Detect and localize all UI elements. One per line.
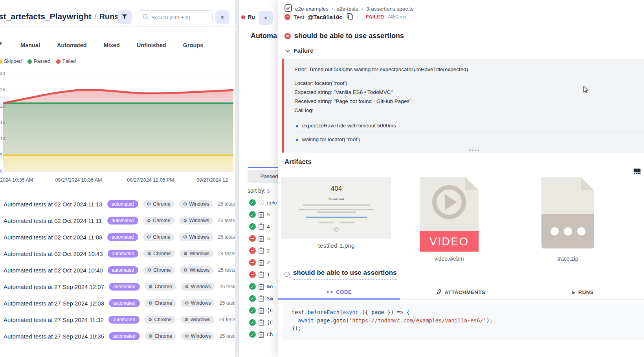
runs-filter-tab[interactable]: Automated bbox=[57, 42, 87, 48]
env-pill-windows: ⚙ Windows bbox=[179, 233, 213, 241]
tab-runs[interactable]: ▶ RUNS bbox=[522, 285, 644, 299]
legend-dot-icon bbox=[56, 59, 61, 64]
env-label: Windows bbox=[189, 218, 209, 223]
test-list-item[interactable]: i 3- bbox=[239, 233, 280, 245]
project-title[interactable]: st_artefacts_Playwright bbox=[0, 12, 92, 21]
search-input[interactable] bbox=[151, 15, 208, 20]
test-list-item[interactable]: i 1- bbox=[239, 269, 280, 281]
run-tests-count: 25 tests bbox=[218, 234, 235, 240]
run-heading: Automa bbox=[251, 32, 277, 40]
failed-status-dot-icon bbox=[241, 15, 245, 19]
tab-code[interactable]: <> CODE bbox=[278, 285, 400, 300]
legend-item: Failed bbox=[56, 59, 76, 64]
edit-icon[interactable] bbox=[0, 41, 4, 49]
run-drawer-tab-label[interactable]: Ru bbox=[248, 14, 255, 20]
test-list-item[interactable]: i [C bbox=[239, 305, 280, 317]
attachment-icon bbox=[437, 289, 442, 296]
artifact-image-thumbnail[interactable]: 404 File not found bbox=[281, 177, 391, 239]
run-row[interactable]: Automated tests at 02 Oct 2024 10:40 aut… bbox=[0, 262, 235, 278]
run-row[interactable]: Automated tests at 02 Oct 2024 11:11 aut… bbox=[0, 212, 235, 229]
runs-filter-tab[interactable]: Groups bbox=[183, 42, 204, 48]
test-list-item[interactable]: i 2- bbox=[239, 245, 280, 257]
clipboard-icon bbox=[259, 212, 264, 218]
run-name: Automated tests at 27 Sep 2024 11:32 bbox=[4, 317, 104, 323]
gear-icon: ⚙ bbox=[147, 202, 151, 206]
gallery-icon bbox=[633, 168, 641, 175]
artifact-caption[interactable]: video.webm bbox=[420, 256, 479, 262]
run-row[interactable]: Automated tests at 27 Sep 2024 12:07 aut… bbox=[0, 278, 235, 295]
runs-filter-tab[interactable]: Manual bbox=[20, 42, 40, 48]
env-label: Windows bbox=[189, 201, 209, 207]
runs-filter-tab[interactable]: Unfinished bbox=[137, 42, 166, 48]
run-tests-count: 24 tests bbox=[218, 251, 235, 256]
run-row[interactable]: Automated tests at 27 Sep 2024 10:35 aut… bbox=[0, 328, 235, 344]
search-icon bbox=[142, 13, 149, 21]
run-name: Automated tests at 27 Sep 2024 12:03 bbox=[4, 300, 104, 307]
env-label: Windows bbox=[189, 251, 209, 256]
env-pill-windows: ⚙ Windows bbox=[179, 200, 213, 208]
tab-label: ATTACHMENTS bbox=[445, 289, 486, 295]
run-name: Automated tests at 02 Oct 2024 11:08 bbox=[4, 234, 103, 241]
test-list-item[interactable]: i Sm bbox=[239, 293, 280, 305]
legend-dot-icon bbox=[28, 59, 32, 64]
run-type-badge: automated bbox=[107, 200, 138, 208]
tab-attachments[interactable]: ATTACHMENTS bbox=[400, 285, 522, 299]
run-row[interactable]: Automated tests at 02 Oct 2024 10:43 aut… bbox=[0, 245, 235, 262]
clipboard-icon bbox=[259, 259, 264, 266]
breadcrumb-item[interactable]: e2e-tests bbox=[336, 6, 358, 12]
test-list-item[interactable]: i 4- bbox=[239, 221, 280, 233]
search-box[interactable] bbox=[138, 10, 213, 24]
test-breadcrumb: e2e-examples › e2e-tests › 3-assertions.… bbox=[284, 4, 413, 13]
run-row[interactable]: Automated tests at 02 Oct 2024 11:08 aut… bbox=[0, 229, 235, 245]
copy-button[interactable] bbox=[346, 13, 354, 21]
filter-button[interactable] bbox=[117, 10, 132, 24]
sort-link[interactable]: s bbox=[267, 188, 270, 194]
breadcrumb-separator: › bbox=[332, 6, 334, 12]
test-status-icon bbox=[249, 235, 256, 242]
run-type-badge: automated bbox=[108, 250, 139, 258]
test-title: 2- bbox=[267, 248, 273, 254]
breadcrumb-item[interactable]: e2e-examples bbox=[295, 6, 328, 12]
artifact-video-file[interactable]: VIDEO bbox=[420, 177, 479, 252]
artifact-archive-file[interactable] bbox=[541, 177, 594, 248]
breadcrumb-item[interactable]: 3-assertions.spec.ts bbox=[366, 6, 413, 12]
run-row[interactable]: Automated tests at 02 Oct 2024 11:13 aut… bbox=[0, 196, 235, 212]
passed-filter-button[interactable]: Passed bbox=[248, 170, 280, 183]
env-pill-chrome: ⚙ Chrome bbox=[143, 217, 174, 225]
artifacts-list: 404 File not found testiled-1.png VIDEO … bbox=[278, 176, 644, 269]
test-list-item[interactable]: i mo bbox=[239, 281, 280, 293]
run-row[interactable]: Automated tests at 27 Sep 2024 12:03 aut… bbox=[0, 295, 235, 311]
runs-filter-tab[interactable]: Mixed bbox=[104, 42, 120, 48]
test-title: Sm bbox=[267, 296, 273, 302]
call-log-text: waiting for locator(':root') bbox=[302, 136, 360, 142]
close-button[interactable]: × bbox=[215, 10, 229, 24]
test-list-item[interactable]: i 5- bbox=[239, 209, 280, 221]
clipboard-icon bbox=[259, 247, 264, 254]
test-status-icon bbox=[249, 319, 256, 326]
test-list-item[interactable]: i 2- bbox=[239, 257, 280, 269]
clipboard-icon bbox=[259, 331, 264, 338]
divider bbox=[0, 55, 235, 55]
test-list-item[interactable]: i Ch bbox=[239, 329, 280, 341]
gallery-view-button[interactable] bbox=[633, 168, 641, 175]
close-run-drawer-button[interactable]: × bbox=[259, 11, 273, 25]
test-status-icon bbox=[249, 199, 256, 206]
failure-detail-line: Expected string: "Vanilla ES6 • TodoMVC" bbox=[294, 88, 644, 97]
bullet-icon bbox=[296, 139, 298, 141]
stacked-area-chart bbox=[0, 68, 235, 177]
env-label: Windows bbox=[189, 267, 209, 273]
test-list-item[interactable]: i [C bbox=[239, 317, 280, 329]
gear-icon: ⚙ bbox=[147, 218, 151, 223]
run-type-badge: automated bbox=[107, 233, 138, 241]
test-list-item[interactable]: i uplo bbox=[239, 197, 280, 209]
test-title: Ch bbox=[267, 331, 273, 337]
call-log-text: expect.toHaveTitle with timeout 5000ms bbox=[302, 123, 396, 129]
runs-history-chart[interactable]: 051015202530 bbox=[0, 68, 235, 177]
test-link[interactable]: should be able to use assertions bbox=[293, 269, 397, 280]
artifact-caption[interactable]: trace.zip bbox=[541, 256, 594, 262]
failure-section-toggle[interactable]: Failure bbox=[285, 47, 314, 54]
artifact-caption[interactable]: testiled-1.png bbox=[281, 242, 391, 249]
text-line bbox=[303, 204, 370, 206]
resize-handle[interactable] bbox=[468, 148, 479, 151]
run-row[interactable]: Automated tests at 27 Sep 2024 11:32 aut… bbox=[0, 311, 235, 328]
